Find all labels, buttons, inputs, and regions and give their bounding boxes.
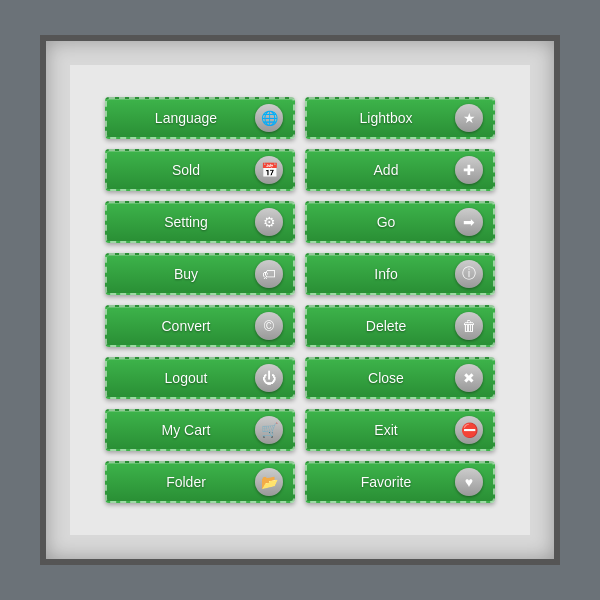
info-button-icon: ⓘ [455,260,483,288]
logout-button[interactable]: Logout⏻ [105,357,295,399]
lightbox-button-icon: ★ [455,104,483,132]
exit-button-label: Exit [317,422,455,438]
add-button[interactable]: Add✚ [305,149,495,191]
language-button-icon: 🌐 [255,104,283,132]
buy-button-icon: 🏷 [255,260,283,288]
setting-button[interactable]: Setting⚙ [105,201,295,243]
close-button-icon: ✖ [455,364,483,392]
exit-button[interactable]: Exit⛔ [305,409,495,451]
go-button[interactable]: Go➡ [305,201,495,243]
folder-button[interactable]: Folder📂 [105,461,295,503]
folder-button-icon: 📂 [255,468,283,496]
sold-button-label: Sold [117,162,255,178]
favorite-button-icon: ♥ [455,468,483,496]
lightbox-button[interactable]: Lightbox★ [305,97,495,139]
info-button[interactable]: Infoⓘ [305,253,495,295]
sold-button-icon: 📅 [255,156,283,184]
inner-area: Language🌐Lightbox★Sold📅Add✚Setting⚙Go➡Bu… [70,65,530,535]
language-button-label: Language [117,110,255,126]
delete-button-label: Delete [317,318,455,334]
add-button-label: Add [317,162,455,178]
favorite-button[interactable]: Favorite♥ [305,461,495,503]
lightbox-button-label: Lightbox [317,110,455,126]
go-button-label: Go [317,214,455,230]
convert-button-label: Convert [117,318,255,334]
folder-button-label: Folder [117,474,255,490]
logout-button-icon: ⏻ [255,364,283,392]
delete-button-icon: 🗑 [455,312,483,340]
mycart-button[interactable]: My Cart🛒 [105,409,295,451]
exit-button-icon: ⛔ [455,416,483,444]
outer-frame: Language🌐Lightbox★Sold📅Add✚Setting⚙Go➡Bu… [40,35,560,565]
info-button-label: Info [317,266,455,282]
setting-button-label: Setting [117,214,255,230]
close-button[interactable]: Close✖ [305,357,495,399]
convert-button[interactable]: Convert© [105,305,295,347]
mycart-button-label: My Cart [117,422,255,438]
delete-button[interactable]: Delete🗑 [305,305,495,347]
add-button-icon: ✚ [455,156,483,184]
logout-button-label: Logout [117,370,255,386]
buy-button[interactable]: Buy🏷 [105,253,295,295]
setting-button-icon: ⚙ [255,208,283,236]
convert-button-icon: © [255,312,283,340]
buy-button-label: Buy [117,266,255,282]
mycart-button-icon: 🛒 [255,416,283,444]
sold-button[interactable]: Sold📅 [105,149,295,191]
favorite-button-label: Favorite [317,474,455,490]
language-button[interactable]: Language🌐 [105,97,295,139]
button-grid: Language🌐Lightbox★Sold📅Add✚Setting⚙Go➡Bu… [85,77,515,523]
go-button-icon: ➡ [455,208,483,236]
close-button-label: Close [317,370,455,386]
